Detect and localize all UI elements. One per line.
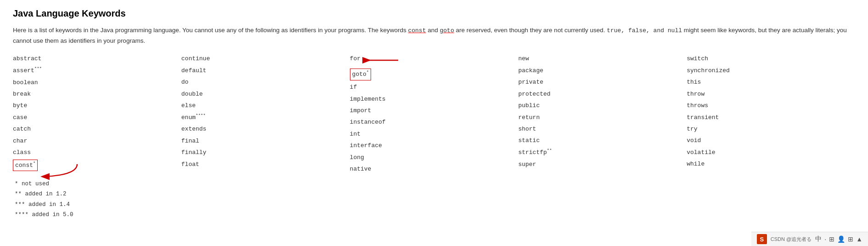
kw-volatile: volatile xyxy=(687,148,855,157)
footnote-1: * not used xyxy=(13,179,855,189)
keywords-col-2: continue default do double else enum****… xyxy=(181,54,350,174)
kw-native: native xyxy=(350,164,519,174)
kw-private: private xyxy=(518,77,687,87)
kw-import: import xyxy=(350,106,519,115)
kw-while: while xyxy=(687,159,855,169)
footnote-4: **** added in 5.0 xyxy=(13,210,855,220)
kw-implements: implements xyxy=(350,94,519,104)
kw-extends: extends xyxy=(181,124,350,134)
kw-enum: enum**** xyxy=(181,113,350,123)
footnote-3: *** added in 1.4 xyxy=(13,200,855,210)
kw-synchronized: synchronized xyxy=(687,66,855,75)
kw-new: new xyxy=(518,54,687,63)
kw-break: break xyxy=(13,89,181,99)
keywords-grid: abstract assert*** boolean break byte ca… xyxy=(13,54,855,174)
kw-continue: continue xyxy=(181,54,350,63)
kw-case: case xyxy=(13,113,181,122)
kw-return: return xyxy=(518,113,687,122)
kw-static: static xyxy=(518,136,687,145)
kw-for: for xyxy=(350,54,519,67)
kw-int: int xyxy=(350,129,519,139)
literals-code: true, false, and null xyxy=(607,27,682,34)
kw-interface: interface xyxy=(350,141,519,150)
kw-const: const* xyxy=(13,160,181,172)
kw-throw: throw xyxy=(687,89,855,99)
keywords-col-1: abstract assert*** boolean break byte ca… xyxy=(13,54,181,174)
kw-strictfp: strictfp** xyxy=(518,148,687,158)
kw-default: default xyxy=(181,66,350,75)
footnotes: * not used ** added in 1.2 *** added in … xyxy=(13,179,855,220)
kw-else: else xyxy=(181,101,350,110)
kw-void: void xyxy=(687,136,855,145)
kw-super: super xyxy=(518,160,687,169)
keywords-col-4: new package private protected public ret… xyxy=(518,54,687,174)
keywords-col-3: for goto* if implements import instanceo… xyxy=(350,54,519,174)
kw-final: final xyxy=(181,136,350,146)
kw-finally: finally xyxy=(181,148,350,157)
footnote-2: ** added in 1.2 xyxy=(13,189,855,200)
kw-long: long xyxy=(350,153,519,162)
kw-float: float xyxy=(181,160,350,169)
kw-catch: catch xyxy=(13,124,181,134)
kw-short: short xyxy=(518,124,687,134)
intro-paragraph: Here is a list of keywords in the Java p… xyxy=(13,25,855,46)
kw-goto: goto* xyxy=(350,69,519,80)
kw-public: public xyxy=(518,101,687,110)
kw-try: try xyxy=(687,124,855,134)
intro-text-1: Here is a list of keywords in the Java p… xyxy=(13,27,408,34)
kw-abstract: abstract xyxy=(13,54,181,63)
keywords-col-5: switch synchronized this throw throws tr… xyxy=(687,54,855,174)
intro-text-3: are reserved, even though they are not c… xyxy=(454,27,607,34)
kw-package: package xyxy=(518,66,687,75)
kw-double: double xyxy=(181,89,350,99)
const-code: const xyxy=(408,27,426,34)
kw-switch: switch xyxy=(687,54,855,63)
kw-protected: protected xyxy=(518,89,687,99)
goto-code: goto xyxy=(440,27,454,34)
kw-instanceof: instanceof xyxy=(350,117,519,127)
kw-transient: transient xyxy=(687,113,855,122)
kw-throws: throws xyxy=(687,101,855,110)
kw-do: do xyxy=(181,77,350,87)
kw-byte: byte xyxy=(13,101,181,110)
kw-assert: assert*** xyxy=(13,66,181,76)
kw-this: this xyxy=(687,77,855,87)
kw-if: if xyxy=(350,82,519,92)
kw-boolean: boolean xyxy=(13,78,181,87)
kw-class: class xyxy=(13,148,181,157)
kw-char: char xyxy=(13,136,181,146)
page-title: Java Language Keywords xyxy=(13,8,855,19)
arrow-to-for xyxy=(362,54,399,67)
intro-text-2: and xyxy=(426,27,440,34)
